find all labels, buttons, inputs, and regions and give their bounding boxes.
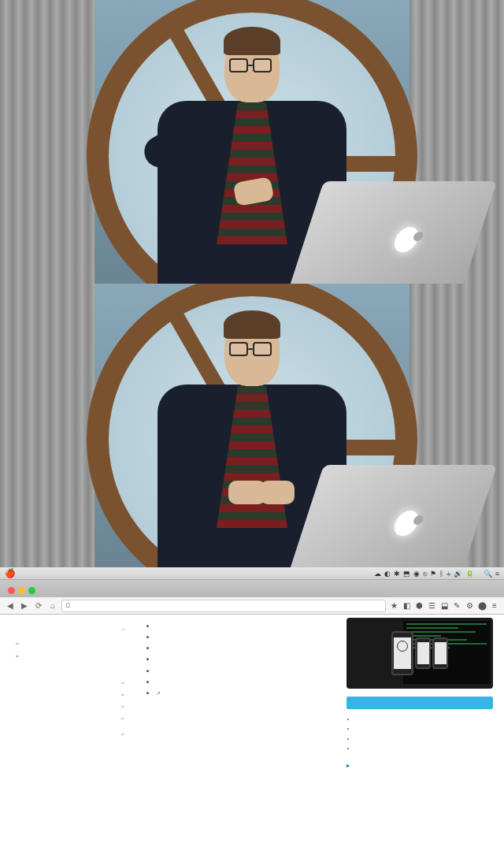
download-column xyxy=(346,615,504,851)
address-bar[interactable]: 🗋 xyxy=(61,600,386,612)
sidebar: ⌄ ⌄ ⌄ ⌄ ⌄ ⌄ ⌄ ⌄ xyxy=(0,615,134,851)
extension-icon[interactable]: ☰ xyxy=(427,601,436,611)
laptop xyxy=(307,181,480,284)
hero-screenshot xyxy=(346,618,493,689)
list-item xyxy=(156,666,335,675)
page-content: ⌄ ⌄ ⌄ ⌄ ⌄ ⌄ ⌄ ⌄ xyxy=(0,615,504,851)
page-icon: 🗋 xyxy=(65,602,72,609)
wifi-icon[interactable]: ⏚ xyxy=(447,570,450,578)
sidebar-group-download[interactable]: ⌄ xyxy=(8,626,126,632)
sidebar-item-android-studio[interactable]: ⌄ xyxy=(8,649,126,662)
status-icon[interactable]: ⚑ xyxy=(430,570,436,578)
main-content xyxy=(134,615,346,851)
browser-window: ◀ ▶ ⟳ ⌂ 🗋 ★ ◧ ⬢ ☰ ⬓ ✎ ⚙ ⬤ ≡ xyxy=(0,580,504,615)
status-icon[interactable]: ☁ xyxy=(374,570,381,578)
reload-button[interactable]: ⟳ xyxy=(33,600,44,611)
mac-menubar: 🍎 ☁ ◐ ✱ ⬒ ◉ ⎋ ⚑ ᛒ ⏚ 🔊 🔋 🔍 ≡ xyxy=(0,567,504,580)
tab-strip xyxy=(0,580,504,597)
chevron-down-icon: ⌄ xyxy=(14,651,20,659)
sidebar-section-workflow[interactable]: ⌄ xyxy=(8,678,126,686)
extension-icon[interactable]: ⬓ xyxy=(439,601,449,611)
window-close-button[interactable] xyxy=(8,587,15,594)
chrome-menu-icon[interactable]: ≡ xyxy=(490,601,499,611)
list-item xyxy=(156,688,335,697)
window-zoom-button[interactable] xyxy=(28,587,35,594)
spotlight-icon[interactable]: 🔍 xyxy=(484,570,492,578)
laptop xyxy=(307,465,480,567)
toolbar: ◀ ▶ ⟳ ⌂ 🗋 ★ ◧ ⬢ ☰ ⬓ ✎ ⚙ ⬤ ≡ xyxy=(0,597,504,615)
sidebar-item-existing-ide[interactable]: ⌄ xyxy=(8,637,126,649)
list-item xyxy=(356,735,493,743)
download-button[interactable] xyxy=(346,697,493,709)
back-button[interactable]: ◀ xyxy=(5,600,16,611)
list-item xyxy=(356,745,493,753)
sidebar-section-support[interactable]: ⌄ xyxy=(8,689,126,697)
google-cloud-link[interactable] xyxy=(156,689,161,697)
status-icon[interactable]: ⎋ xyxy=(423,570,427,578)
battery-icon[interactable]: 🔋 xyxy=(465,570,474,578)
wall-panel xyxy=(0,284,94,567)
extension-icon[interactable]: ⬢ xyxy=(414,601,424,611)
extension-icon[interactable]: ⬤ xyxy=(477,601,487,611)
list-item xyxy=(156,643,335,652)
extension-icon[interactable]: ★ xyxy=(389,601,398,611)
status-icon[interactable]: ✱ xyxy=(394,570,400,578)
list-item xyxy=(356,725,493,733)
sidebar-section-revisions[interactable]: ⌄ xyxy=(8,713,126,721)
status-icon[interactable]: ◉ xyxy=(413,570,420,578)
video-frame-1 xyxy=(0,0,504,284)
bluetooth-icon[interactable]: ᛒ xyxy=(439,570,443,578)
extension-icon[interactable]: ✎ xyxy=(452,601,461,611)
chevron-down-icon: ⌄ xyxy=(14,638,20,646)
includes-list xyxy=(356,715,493,753)
list-item xyxy=(156,621,335,630)
status-icon[interactable]: ◐ xyxy=(384,570,391,578)
list-item xyxy=(156,632,335,641)
notifications-icon[interactable]: ≡ xyxy=(495,570,499,578)
status-icon[interactable]: ⬒ xyxy=(403,570,410,578)
list-item xyxy=(356,715,493,723)
extension-icon[interactable]: ◧ xyxy=(402,601,411,611)
apple-menu-icon[interactable]: 🍎 xyxy=(5,568,16,578)
video-frame-2 xyxy=(0,284,504,567)
window-minimize-button[interactable] xyxy=(18,587,25,594)
wall-panel xyxy=(0,0,94,284)
extension-icon[interactable]: ⚙ xyxy=(465,601,474,611)
sidebar-item-ndk[interactable] xyxy=(8,671,126,674)
volume-icon[interactable]: 🔊 xyxy=(454,570,462,578)
home-button[interactable]: ⌂ xyxy=(47,600,58,611)
list-item xyxy=(156,677,335,686)
sidebar-section-tools-help[interactable]: ⌄ xyxy=(8,701,126,709)
chevron-down-icon: ⌄ xyxy=(121,626,126,632)
feature-list xyxy=(156,621,335,697)
sidebar-section-adk[interactable]: ⌄ xyxy=(8,729,126,737)
other-platforms-link[interactable] xyxy=(346,761,493,769)
forward-button[interactable]: ▶ xyxy=(19,600,30,611)
list-item xyxy=(156,654,335,663)
